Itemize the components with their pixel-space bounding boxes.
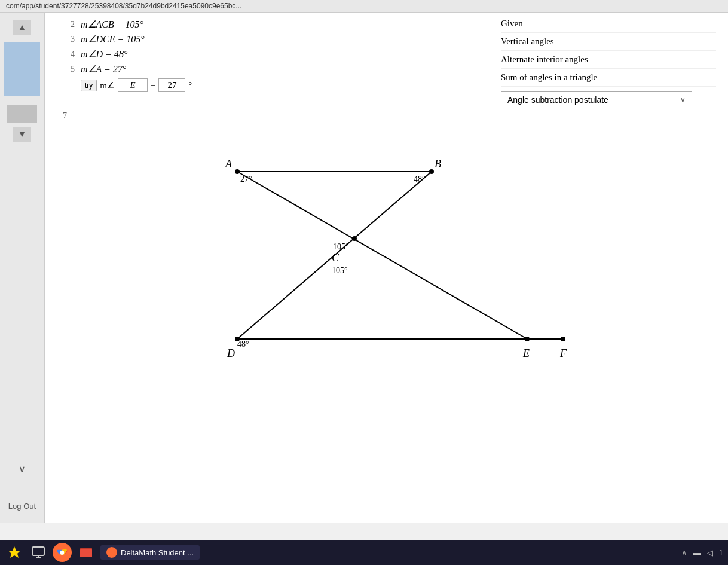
try-prefix: m∠ xyxy=(100,80,115,91)
geometry-diagram: A 27° B 48° 105° C 105° D 48° E F xyxy=(181,133,599,372)
chrome-icon[interactable] xyxy=(53,543,72,562)
reason-dropdown[interactable]: Angle subtraction postulate ∨ xyxy=(501,91,692,108)
sidebar-thumb xyxy=(7,105,37,123)
point-B-label: B xyxy=(435,158,441,170)
sidebar: ▲ ▼ ∨ Log Out xyxy=(0,13,45,523)
reason-dropdown-container: Angle subtraction postulate ∨ xyxy=(501,91,716,108)
try-row: try m∠ = ° xyxy=(81,78,477,92)
angle-C-top-label: 105° xyxy=(333,242,349,251)
proof-row-2: 2 m∠ACB = 105° xyxy=(63,19,477,30)
battery-icon: ▬ xyxy=(693,548,701,557)
reasons-column: Given Vertical angles Alternate interior… xyxy=(501,19,716,108)
star-icon[interactable] xyxy=(5,543,24,562)
reason-sum: Sum of angles in a triangle xyxy=(501,69,716,87)
reason-given: Given xyxy=(501,19,716,33)
scroll-down-button[interactable]: ▼ xyxy=(13,127,31,142)
svg-point-9 xyxy=(60,551,65,555)
step-2-number: 2 xyxy=(63,20,81,29)
angle-variable-input[interactable] xyxy=(118,78,148,92)
reason-dropdown-label: Angle subtraction postulate xyxy=(507,95,608,105)
url-text: com/app/student/3727728/25398408/35d7b24… xyxy=(6,2,241,10)
point-B-dot xyxy=(429,169,434,174)
url-bar: com/app/student/3727728/25398408/35d7b24… xyxy=(0,0,728,13)
taskbar-right: ∧ ▬ ◁ 1 xyxy=(681,548,723,557)
angle-C-bottom-label: 105° xyxy=(332,266,348,275)
svg-rect-5 xyxy=(32,547,44,555)
svg-rect-11 xyxy=(80,549,92,557)
diagram-area: A 27° B 48° 105° C 105° D 48° E F xyxy=(63,121,716,372)
try-button[interactable]: try xyxy=(81,80,97,91)
chevron-down-icon: ∨ xyxy=(680,96,686,104)
monitor-icon[interactable] xyxy=(29,543,48,562)
svg-line-0 xyxy=(237,172,527,339)
degree-symbol: ° xyxy=(188,81,192,90)
step-3-statement: m∠DCE = 105° xyxy=(81,33,145,45)
logout-link[interactable]: Log Out xyxy=(8,502,36,511)
main-content: ▲ ▼ ∨ Log Out 2 m∠ACB = 105° 3 m∠DCE = 1… xyxy=(0,13,728,523)
point-E-dot xyxy=(525,337,530,341)
step-5-statement: m∠A = 27° xyxy=(81,63,126,75)
step-3-number: 3 xyxy=(63,35,81,44)
statements-column: 2 m∠ACB = 105° 3 m∠DCE = 105° 4 m∠D = 48… xyxy=(63,19,477,108)
angle-D-label: 48° xyxy=(237,340,249,349)
equals-sign: = xyxy=(151,80,155,90)
step-5-number: 5 xyxy=(63,65,81,74)
deltamath-dot xyxy=(106,547,117,558)
angle-A-label: 27° xyxy=(240,175,252,184)
system-tray-expand[interactable]: ∧ xyxy=(681,548,687,557)
reason-vertical: Vertical angles xyxy=(501,33,716,51)
sidebar-highlight xyxy=(4,42,40,96)
step-4-number: 4 xyxy=(63,50,81,59)
folder-icon[interactable] xyxy=(77,543,96,562)
deltamath-tab[interactable]: DeltaMath Student ... xyxy=(100,545,200,560)
point-A-dot xyxy=(235,169,240,174)
point-D-dot xyxy=(235,337,240,341)
reason-alternate: Alternate interior angles xyxy=(501,51,716,69)
proof-row-4: 4 m∠D = 48° xyxy=(63,48,477,60)
step-4-statement: m∠D = 48° xyxy=(81,48,127,60)
point-C-label: C xyxy=(332,252,339,264)
clock-time: 1 xyxy=(719,548,723,557)
point-F-dot xyxy=(561,337,565,341)
scroll-up-button[interactable]: ▲ xyxy=(13,20,31,35)
expand-button[interactable]: ∨ xyxy=(19,463,26,475)
point-C-dot xyxy=(352,236,357,241)
proof-row-5: 5 m∠A = 27° xyxy=(63,63,477,75)
point-F-label: F xyxy=(559,347,567,359)
proof-row-3: 3 m∠DCE = 105° xyxy=(63,33,477,45)
step-7: 7 xyxy=(63,111,716,121)
point-D-label: D xyxy=(227,347,235,359)
point-A-label: A xyxy=(225,158,233,170)
svg-marker-4 xyxy=(8,546,20,558)
volume-icon[interactable]: ◁ xyxy=(707,548,713,557)
angle-value-input[interactable] xyxy=(158,78,185,92)
proof-container: 2 m∠ACB = 105° 3 m∠DCE = 105° 4 m∠D = 48… xyxy=(63,19,716,108)
taskbar: DeltaMath Student ... ∧ ▬ ◁ 1 xyxy=(0,540,728,565)
deltamath-label: DeltaMath Student ... xyxy=(121,548,194,557)
point-E-label: E xyxy=(522,347,530,359)
step-2-statement: m∠ACB = 105° xyxy=(81,19,143,30)
angle-B-label: 48° xyxy=(414,175,426,184)
